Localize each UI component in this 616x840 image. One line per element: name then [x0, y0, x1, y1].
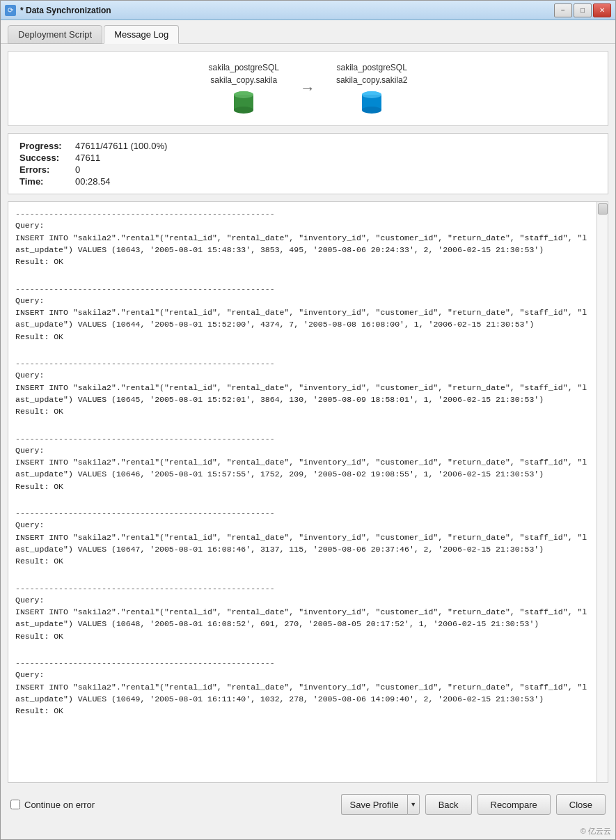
title-bar: ⟳ * Data Synchronization − □ ✕	[1, 1, 615, 20]
log-query-label: Query:	[15, 446, 44, 455]
connection-panel: sakila_postgreSQL sakila_copy.sakila → s…	[8, 51, 608, 126]
continue-on-error-label[interactable]: Continue on error	[10, 800, 95, 810]
log-query-label: Query:	[15, 520, 44, 529]
back-button[interactable]: Back	[425, 794, 472, 815]
log-query-text: INSERT INTO "sakila2"."rental"("rental_i…	[15, 308, 587, 329]
log-entry: ----------------------------------------…	[15, 433, 590, 492]
close-button[interactable]: Close	[556, 794, 606, 815]
title-bar-buttons: − □ ✕	[554, 3, 611, 17]
watermark: © 亿云云	[1, 825, 615, 839]
log-separator: ----------------------------------------…	[15, 284, 275, 293]
log-result: Result: OK	[15, 332, 63, 341]
progress-label: Progress:	[19, 141, 75, 151]
save-profile-group: Save Profile ▼	[341, 794, 420, 815]
log-entry: ----------------------------------------…	[15, 657, 590, 717]
source-db-info: sakila_postgreSQL sakila_copy.sakila	[209, 61, 279, 116]
tab-message-log[interactable]: Message Log	[104, 25, 179, 44]
close-window-button[interactable]: ✕	[593, 3, 611, 17]
log-panel: ----------------------------------------…	[8, 201, 608, 783]
continue-on-error-text: Continue on error	[24, 800, 95, 810]
target-db-name: sakila_postgreSQL sakila_copy.sakila2	[336, 61, 408, 86]
target-db-icon	[358, 88, 386, 116]
log-query-label: Query:	[15, 596, 44, 605]
log-entry: ----------------------------------------…	[15, 507, 590, 567]
log-separator: ----------------------------------------…	[15, 508, 275, 518]
footer-buttons: Save Profile ▼ Back Recompare Close	[341, 794, 606, 815]
source-db-name: sakila_postgreSQL sakila_copy.sakila	[209, 61, 279, 86]
title-bar-left: ⟳ * Data Synchronization	[5, 5, 111, 16]
log-query-label: Query:	[15, 296, 44, 305]
footer-panel: Continue on error Save Profile ▼ Back Re…	[8, 790, 608, 818]
log-separator: ----------------------------------------…	[15, 584, 275, 593]
log-scrollbar[interactable]	[597, 202, 608, 782]
scrollbar-thumb[interactable]	[598, 203, 608, 215]
log-result: Result: OK	[15, 557, 63, 566]
log-separator: ----------------------------------------…	[15, 359, 275, 368]
tabs-bar: Deployment Script Message Log	[1, 20, 615, 44]
svg-point-7	[362, 91, 381, 98]
log-query-label: Query:	[15, 221, 44, 230]
time-value: 00:28.54	[75, 176, 597, 187]
progress-value: 47611/47611 (100.0%)	[75, 141, 597, 151]
log-entry: ----------------------------------------…	[15, 208, 590, 267]
svg-point-2	[234, 107, 253, 114]
log-entry: ----------------------------------------…	[15, 283, 590, 343]
success-label: Success:	[19, 153, 75, 163]
restore-button[interactable]: □	[574, 3, 592, 17]
main-window: ⟳ * Data Synchronization − □ ✕ Deploymen…	[0, 0, 616, 840]
source-db-icon	[230, 88, 258, 116]
log-result: Result: OK	[15, 482, 63, 491]
footer-left: Continue on error	[10, 800, 95, 810]
errors-value: 0	[75, 164, 597, 175]
errors-label: Errors:	[19, 164, 75, 175]
log-query-text: INSERT INTO "sakila2"."rental"("rental_i…	[15, 383, 587, 404]
time-label: Time:	[19, 176, 75, 187]
log-result: Result: OK	[15, 706, 63, 715]
progress-panel: Progress: 47611/47611 (100.0%) Success: …	[8, 133, 608, 194]
log-separator: ----------------------------------------…	[15, 434, 275, 443]
log-query-label: Query:	[15, 371, 44, 380]
log-query-text: INSERT INTO "sakila2"."rental"("rental_i…	[15, 233, 587, 254]
log-separator: ----------------------------------------…	[15, 209, 275, 218]
log-query-label: Query:	[15, 670, 44, 679]
log-query-text: INSERT INTO "sakila2"."rental"("rental_i…	[15, 533, 587, 554]
log-content[interactable]: ----------------------------------------…	[8, 202, 597, 782]
log-query-text: INSERT INTO "sakila2"."rental"("rental_i…	[15, 607, 587, 628]
save-profile-dropdown-button[interactable]: ▼	[407, 794, 420, 815]
target-db-info: sakila_postgreSQL sakila_copy.sakila2	[336, 61, 408, 116]
main-content: sakila_postgreSQL sakila_copy.sakila → s…	[1, 44, 615, 825]
svg-point-6	[362, 107, 381, 114]
log-result: Result: OK	[15, 257, 63, 266]
log-result: Result: OK	[15, 632, 63, 641]
window-title: * Data Synchronization	[20, 6, 111, 15]
minimize-button[interactable]: −	[554, 3, 572, 17]
log-entry: ----------------------------------------…	[15, 582, 590, 642]
recompare-button[interactable]: Recompare	[477, 794, 551, 815]
log-query-text: INSERT INTO "sakila2"."rental"("rental_i…	[15, 683, 587, 703]
log-entry: ----------------------------------------…	[15, 357, 590, 417]
log-query-text: INSERT INTO "sakila2"."rental"("rental_i…	[15, 458, 587, 479]
log-separator: ----------------------------------------…	[15, 658, 275, 667]
arrow-icon: →	[300, 79, 315, 98]
continue-on-error-checkbox[interactable]	[10, 800, 20, 809]
scrollbar-track	[597, 215, 608, 782]
app-icon: ⟳	[5, 5, 16, 16]
save-profile-button[interactable]: Save Profile	[341, 794, 407, 815]
svg-point-3	[234, 91, 253, 98]
log-result: Result: OK	[15, 407, 63, 416]
tab-deployment[interactable]: Deployment Script	[8, 25, 102, 44]
success-value: 47611	[75, 153, 597, 163]
